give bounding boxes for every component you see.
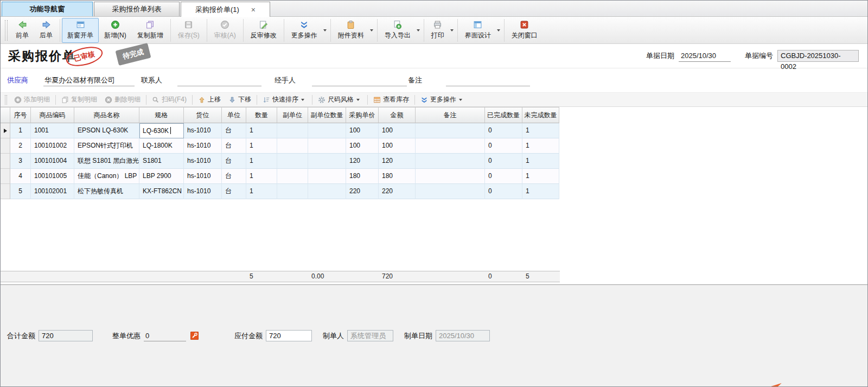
grid-cell[interactable]: 180 xyxy=(379,169,416,184)
column-header[interactable]: 已完成数量 xyxy=(485,107,522,123)
scan-code-button[interactable]: 扫码(F4) xyxy=(148,93,190,106)
grid-cell[interactable] xyxy=(416,154,485,169)
grid-cell[interactable]: hs-1010 xyxy=(184,169,222,184)
grid-cell[interactable]: 台 xyxy=(222,184,246,199)
grid-cell[interactable]: 1001 xyxy=(31,123,74,138)
prev-doc-button[interactable]: 前单 xyxy=(10,18,34,43)
column-header[interactable]: 数量 xyxy=(246,107,277,123)
grid-cell[interactable]: 100 xyxy=(379,123,416,138)
grid-cell[interactable]: 1 xyxy=(10,123,31,138)
grid-cell[interactable]: LQ-630K xyxy=(139,123,184,138)
grid-cell[interactable]: 1 xyxy=(246,138,277,154)
column-header[interactable]: 单位 xyxy=(222,107,246,123)
order-discount-field[interactable]: 0 xyxy=(144,331,186,341)
attachment-button[interactable]: 附件资料 xyxy=(333,18,369,43)
grid-cell[interactable]: 台 xyxy=(222,169,246,184)
grid-cell[interactable]: LQ-1800K xyxy=(139,138,184,154)
grid-cell[interactable]: 1 xyxy=(522,169,559,184)
grid-cell[interactable]: 120 xyxy=(346,154,379,169)
grid-cell[interactable]: 100 xyxy=(346,138,379,154)
grid-cell[interactable]: 100102001 xyxy=(31,184,74,199)
size-style-button[interactable]: 尺码风格 xyxy=(314,93,366,106)
grid-cell[interactable]: 1 xyxy=(522,138,559,154)
handler-field[interactable] xyxy=(312,75,407,86)
column-header[interactable]: 金额 xyxy=(379,107,416,123)
table-row[interactable]: 5100102001松下热敏传真机KX-FT862CNhs-1010台12202… xyxy=(1,184,867,199)
column-header[interactable]: 未完成数量 xyxy=(522,107,559,123)
next-doc-button[interactable]: 后单 xyxy=(34,18,58,43)
grid-cell[interactable]: hs-1010 xyxy=(184,184,222,199)
grid-cell[interactable] xyxy=(277,169,308,184)
grid-cell[interactable]: 1 xyxy=(522,184,559,199)
grid-cell[interactable]: hs-1010 xyxy=(184,123,222,138)
grid-cell[interactable] xyxy=(308,169,346,184)
save-button[interactable]: 保存(S) xyxy=(173,18,205,43)
view-stock-button[interactable]: 查看库存 xyxy=(369,93,413,106)
add-detail-button[interactable]: 添加明细 xyxy=(10,93,54,106)
close-window-button[interactable]: 关闭窗口 xyxy=(506,18,543,43)
grid-cell[interactable]: 3 xyxy=(10,154,31,169)
chevron-down-icon[interactable] xyxy=(497,29,500,31)
grid-cell[interactable] xyxy=(277,154,308,169)
print-button[interactable]: 打印 xyxy=(426,18,450,43)
grid-cell[interactable]: 1 xyxy=(522,154,559,169)
delete-detail-button[interactable]: 删除明细 xyxy=(101,93,144,106)
grid-cell[interactable] xyxy=(308,154,346,169)
grid-cell[interactable]: 1 xyxy=(246,184,277,199)
grid-cell[interactable]: 100101002 xyxy=(31,138,74,154)
unapprove-edit-button[interactable]: 反审修改 xyxy=(245,18,282,43)
tab-quote-list[interactable]: 采购报价单列表 xyxy=(94,2,180,16)
grid-cell[interactable]: 120 xyxy=(379,154,416,169)
grid-cell[interactable]: 1 xyxy=(246,154,277,169)
add-new-button[interactable]: 新增(N) xyxy=(99,18,132,43)
chevron-down-icon[interactable] xyxy=(323,29,327,31)
column-header[interactable]: 规格 xyxy=(139,107,184,123)
move-down-button[interactable]: 下移 xyxy=(225,93,255,106)
column-header[interactable]: 商品编码 xyxy=(31,107,74,123)
grid-cell[interactable]: 松下热敏传真机 xyxy=(74,184,139,199)
grid-cell[interactable] xyxy=(416,169,485,184)
table-row[interactable]: 4100101005佳能（Canon） LBPLBP 2900hs-1010台1… xyxy=(1,169,867,184)
row-selector[interactable] xyxy=(1,138,10,154)
grid-empty-area[interactable] xyxy=(1,199,867,271)
column-header[interactable]: 副单位数量 xyxy=(308,107,346,123)
row-selector[interactable] xyxy=(1,169,10,184)
grid-cell[interactable]: 1 xyxy=(246,169,277,184)
supplier-field[interactable]: 华夏办公器材有限公司 xyxy=(43,75,135,86)
tab-quote-doc[interactable]: 采购报价单(1) × xyxy=(181,2,270,17)
grid-cell[interactable] xyxy=(416,138,485,154)
grid-cell[interactable]: 100101004 xyxy=(31,154,74,169)
row-selector[interactable] xyxy=(1,123,10,138)
grid-cell[interactable]: 1 xyxy=(522,123,559,138)
column-header[interactable]: 采购单价 xyxy=(346,107,379,123)
grid-cell[interactable]: 台 xyxy=(222,154,246,169)
chevron-down-icon[interactable] xyxy=(450,29,454,31)
close-tab-icon[interactable]: × xyxy=(251,6,256,14)
toolbar-grip[interactable] xyxy=(5,20,8,41)
grid-cell[interactable]: 100 xyxy=(346,123,379,138)
grid-cell[interactable] xyxy=(308,184,346,199)
discount-tool-button[interactable] xyxy=(190,332,199,340)
grid-cell[interactable]: 佳能（Canon） LBP xyxy=(74,169,139,184)
more-ops-button[interactable]: 更多操作 xyxy=(286,18,323,43)
move-up-button[interactable]: 上移 xyxy=(194,93,225,106)
tab-nav-panel[interactable]: 功能导航窗 xyxy=(2,2,93,16)
chevron-down-icon[interactable] xyxy=(417,29,420,31)
grid-cell[interactable]: LBP 2900 xyxy=(139,169,184,184)
row-selector[interactable] xyxy=(1,154,10,169)
grid-cell[interactable]: hs-1010 xyxy=(184,138,222,154)
grid-cell[interactable]: 100 xyxy=(379,138,416,154)
chevron-down-icon[interactable] xyxy=(356,99,360,101)
row-selector[interactable] xyxy=(1,184,10,199)
grid-cell[interactable]: 0 xyxy=(485,154,522,169)
import-export-button[interactable]: 导入导出 xyxy=(379,18,416,43)
grid-cell[interactable]: 0 xyxy=(485,123,522,138)
table-row[interactable]: 3100101004联想 S1801 黑白激光S1801hs-1010台1120… xyxy=(1,154,867,169)
table-row[interactable]: 2100101002EPSON针式打印机LQ-1800Khs-1010台1100… xyxy=(1,138,867,154)
grid-cell[interactable]: S1801 xyxy=(139,154,184,169)
grid-cell[interactable] xyxy=(308,138,346,154)
new-window-order-button[interactable]: 新窗开单 xyxy=(62,18,99,43)
column-header[interactable]: 序号 xyxy=(10,107,31,123)
copy-detail-button[interactable]: 复制明细 xyxy=(58,93,101,106)
grid-cell[interactable]: 180 xyxy=(346,169,379,184)
